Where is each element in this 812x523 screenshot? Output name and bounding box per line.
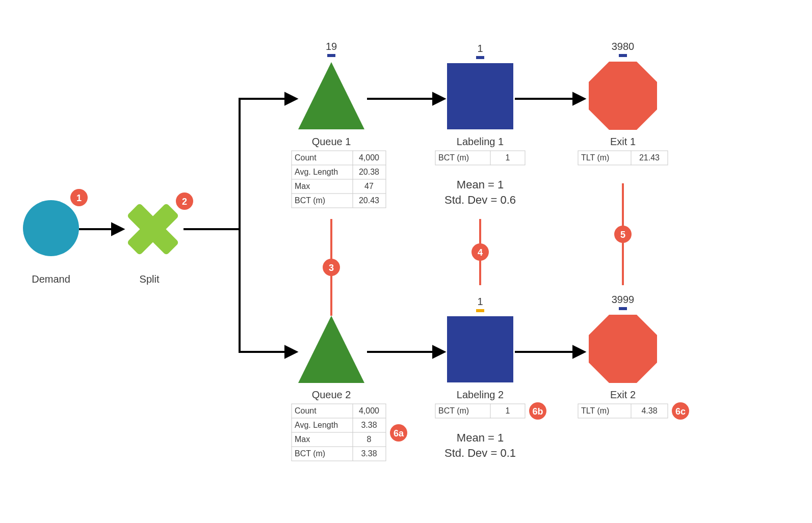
svg-text:4,000: 4,000 <box>359 406 379 415</box>
queue2-node: Queue 2 Count 4,000 Avg. Length 3.38 Max… <box>292 316 407 461</box>
svg-text:Max: Max <box>295 435 310 444</box>
svg-text:3.38: 3.38 <box>361 449 377 458</box>
svg-text:4.38: 4.38 <box>641 406 657 415</box>
queue1-label: Queue 1 <box>312 136 351 147</box>
svg-text:Avg. Length: Avg. Length <box>295 421 338 429</box>
labeling1-table: BCT (m) 1 <box>435 151 525 165</box>
svg-text:5: 5 <box>620 230 625 240</box>
svg-text:20.38: 20.38 <box>359 168 379 176</box>
labeling1-mean: Mean = 1 <box>457 178 504 191</box>
badge-3: 3 <box>323 259 340 276</box>
labeling2-mean: Mean = 1 <box>457 431 504 444</box>
exit2-node: 3999 Exit 2 TLT (m) 4.38 6c <box>578 294 689 420</box>
arrow-split-queue2 <box>184 229 296 352</box>
demand-label: Demand <box>32 273 70 285</box>
svg-rect-34 <box>447 63 513 129</box>
svg-text:BCT (m): BCT (m) <box>438 153 469 162</box>
svg-rect-39 <box>447 316 513 382</box>
svg-text:2: 2 <box>182 197 187 207</box>
split-label: Split <box>140 273 160 285</box>
svg-text:8: 8 <box>367 435 372 444</box>
svg-text:4: 4 <box>478 247 483 258</box>
svg-text:BCT (m): BCT (m) <box>295 449 325 458</box>
svg-text:3: 3 <box>329 263 334 273</box>
exit1-counter: 3980 <box>612 41 635 52</box>
exit2-counter: 3999 <box>612 294 635 305</box>
labeling1-label: Labeling 1 <box>457 136 504 147</box>
exit1-tick <box>619 54 627 57</box>
labeling2-tick <box>476 309 484 312</box>
labeling1-node: 1 Labeling 1 BCT (m) 1 Mean = 1 Std. Dev… <box>435 43 525 206</box>
exit1-label: Exit 1 <box>610 136 636 147</box>
svg-text:TLT (m): TLT (m) <box>581 153 609 162</box>
svg-text:Count: Count <box>295 153 317 162</box>
exit2-label: Exit 2 <box>610 389 636 400</box>
queue1-node: 19 Queue 1 Count 4,000 Avg. Length 20.38… <box>292 41 386 208</box>
svg-text:TLT (m): TLT (m) <box>581 406 609 415</box>
exit2-table: TLT (m) 4.38 <box>578 404 668 418</box>
exit1-node: 3980 Exit 1 TLT (m) 21.43 <box>578 41 668 165</box>
svg-text:6c: 6c <box>675 406 686 417</box>
labeling2-counter: 1 <box>477 296 483 307</box>
svg-text:1: 1 <box>506 153 510 162</box>
exit1-table: TLT (m) 21.43 <box>578 151 668 165</box>
svg-text:47: 47 <box>364 182 374 190</box>
labeling2-label: Labeling 2 <box>457 389 504 400</box>
svg-text:Avg. Length: Avg. Length <box>295 168 338 176</box>
labeling1-tick <box>476 56 484 59</box>
svg-text:6b: 6b <box>532 406 543 417</box>
queue1-table: Count 4,000 Avg. Length 20.38 Max 47 BCT… <box>292 151 386 208</box>
labeling2-node: 1 Labeling 2 BCT (m) 1 6b Mean = 1 Std. … <box>435 296 546 459</box>
queue2-table: Count 4,000 Avg. Length 3.38 Max 8 BCT (… <box>292 404 386 461</box>
svg-marker-5 <box>298 62 364 129</box>
badge-5: 5 <box>614 226 632 243</box>
queue1-tick <box>327 54 335 57</box>
svg-marker-45 <box>589 62 657 130</box>
queue2-label: Queue 2 <box>312 389 351 400</box>
svg-text:BCT (m): BCT (m) <box>295 196 325 205</box>
svg-text:20.43: 20.43 <box>359 196 379 205</box>
labeling2-table: BCT (m) 1 <box>435 404 525 418</box>
split-node: Split 2 <box>113 189 193 285</box>
svg-point-0 <box>23 200 79 256</box>
svg-text:6a: 6a <box>394 428 404 438</box>
svg-text:21.43: 21.43 <box>639 153 660 162</box>
exit2-tick <box>619 307 627 310</box>
svg-text:BCT (m): BCT (m) <box>438 406 469 415</box>
svg-text:Max: Max <box>295 182 310 190</box>
svg-text:1: 1 <box>76 193 82 203</box>
arrow-split-queue1 <box>184 99 296 229</box>
svg-text:3.38: 3.38 <box>361 421 377 429</box>
svg-text:1: 1 <box>506 406 510 415</box>
labeling1-counter: 1 <box>477 43 483 54</box>
labeling2-stddev: Std. Dev = 0.1 <box>444 447 516 459</box>
svg-marker-50 <box>589 315 657 383</box>
badge-4: 4 <box>472 243 489 261</box>
labeling1-stddev: Std. Dev = 0.6 <box>444 194 516 206</box>
svg-text:Count: Count <box>295 406 317 415</box>
svg-text:4,000: 4,000 <box>359 153 379 162</box>
svg-marker-19 <box>298 316 364 383</box>
demand-node: Demand 1 <box>23 189 88 285</box>
queue1-counter: 19 <box>326 41 337 52</box>
